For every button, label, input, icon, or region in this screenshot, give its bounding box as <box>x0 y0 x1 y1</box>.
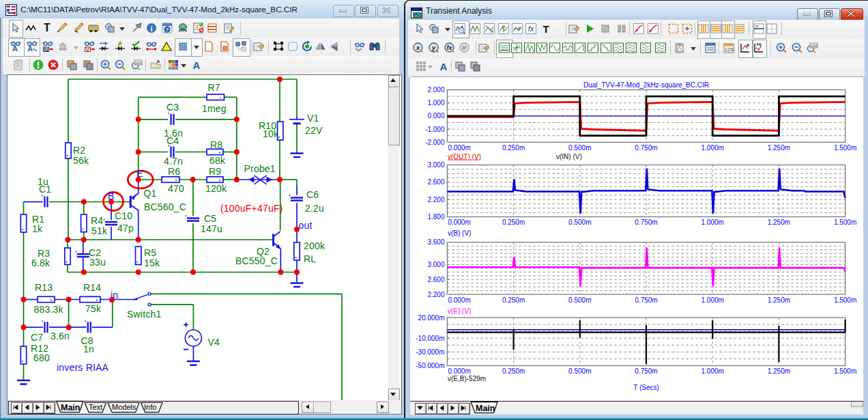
svg-text:0.500m: 0.500m <box>568 144 591 152</box>
svg-text:3.000: 3.000 <box>427 161 444 169</box>
svg-text:y: y <box>431 44 435 51</box>
svg-text:A: A <box>193 59 201 70</box>
svg-text:?: ? <box>166 27 169 33</box>
svg-text:120k: 120k <box>205 183 227 194</box>
svg-text:1.250m: 1.250m <box>768 367 790 375</box>
svg-text:Probe1: Probe1 <box>244 163 276 174</box>
svg-text:Dual_TVV-47-Mod_2kHz-square_BC: Dual_TVV-47-Mod_2kHz-square_BC.CIR <box>583 81 709 89</box>
svg-text:C7: C7 <box>31 332 43 343</box>
svg-text:-30.000m: -30.000m <box>416 348 444 356</box>
svg-text:1.800: 1.800 <box>427 213 444 221</box>
svg-text:470: 470 <box>168 183 184 194</box>
svg-text:100: 100 <box>134 61 142 65</box>
svg-text:2.200: 2.200 <box>427 196 444 204</box>
svg-text:1k: 1k <box>32 223 43 234</box>
svg-text:R8: R8 <box>210 139 222 150</box>
svg-text:0.250m: 0.250m <box>502 144 525 152</box>
svg-text:0.500m: 0.500m <box>568 219 591 226</box>
svg-text:2.600: 2.600 <box>427 276 444 283</box>
svg-text:in: in <box>111 290 118 300</box>
svg-text:C10: C10 <box>115 210 132 221</box>
svg-text:883.3k: 883.3k <box>34 304 64 315</box>
svg-text:i: i <box>150 24 152 32</box>
svg-text:x: x <box>416 44 420 51</box>
svg-text:A: A <box>12 44 18 52</box>
svg-text:1.250m: 1.250m <box>768 219 790 226</box>
svg-text:2.200: 2.200 <box>427 291 444 298</box>
svg-text:Text: Text <box>89 403 102 411</box>
svg-text:51k: 51k <box>91 225 108 236</box>
svg-text:1meg: 1meg <box>202 103 227 114</box>
svg-text:0.750m: 0.750m <box>635 144 657 152</box>
svg-text:(100uF+47uF): (100uF+47uF) <box>220 203 283 214</box>
svg-text:A: A <box>27 45 32 52</box>
svg-text:1.000m: 1.000m <box>701 144 724 152</box>
svg-text:2.600: 2.600 <box>427 178 444 186</box>
svg-text:6.8k: 6.8k <box>31 257 50 268</box>
svg-text:-50.000m: -50.000m <box>416 362 444 369</box>
svg-text:v(B) (V): v(B) (V) <box>448 229 471 237</box>
svg-text:1.250m: 1.250m <box>768 296 790 304</box>
svg-text:2.2u: 2.2u <box>305 203 324 214</box>
svg-text:0.250m: 0.250m <box>502 296 525 304</box>
svg-text:15k: 15k <box>144 257 160 268</box>
svg-text:0.000m: 0.000m <box>448 219 470 226</box>
svg-text:C6: C6 <box>306 189 319 200</box>
svg-text:C4: C4 <box>167 135 179 146</box>
svg-text:-2.000: -2.000 <box>425 139 445 146</box>
svg-text:200k: 200k <box>304 240 326 251</box>
svg-text:B: B <box>108 191 115 201</box>
svg-text:2.000: 2.000 <box>427 86 444 94</box>
svg-text:v(E,B)-529m: v(E,B)-529m <box>448 375 486 382</box>
svg-text:Main: Main <box>61 403 80 412</box>
svg-text:0.000: 0.000 <box>427 112 444 120</box>
svg-text:invers RIAA: invers RIAA <box>57 362 109 373</box>
svg-text:-1.000: -1.000 <box>425 126 445 133</box>
svg-text:A: A <box>440 61 448 72</box>
svg-text:0.250m: 0.250m <box>502 219 525 226</box>
svg-text:Main: Main <box>476 404 495 413</box>
svg-text:0.750m: 0.750m <box>635 219 657 226</box>
svg-text:3.600: 3.600 <box>427 238 444 246</box>
svg-text:0.500m: 0.500m <box>568 367 591 375</box>
svg-text:3.000: 3.000 <box>427 261 444 268</box>
svg-text:1.500m: 1.500m <box>834 144 856 152</box>
svg-text:123: 123 <box>724 46 733 53</box>
svg-text:0.000m: 0.000m <box>448 367 470 375</box>
svg-text:R13: R13 <box>35 282 53 293</box>
svg-text:R2: R2 <box>73 145 85 156</box>
svg-text:v(OUT) (V): v(OUT) (V) <box>448 153 481 160</box>
svg-text:10k: 10k <box>263 128 279 139</box>
svg-text:0.000m: 0.000m <box>448 296 470 304</box>
svg-text:E: E <box>136 168 143 179</box>
svg-text:1.500m: 1.500m <box>834 219 856 226</box>
svg-text:0.000m: 0.000m <box>448 144 470 152</box>
svg-text:R4: R4 <box>91 215 103 226</box>
svg-text:680: 680 <box>33 352 50 363</box>
svg-text:R7: R7 <box>208 82 220 93</box>
svg-text:BC550_C: BC550_C <box>235 255 278 266</box>
svg-text:T (Secs): T (Secs) <box>633 384 659 391</box>
svg-text:v(E) (V): v(E) (V) <box>448 307 471 315</box>
svg-text:Q1: Q1 <box>144 188 157 199</box>
svg-text:1.000m: 1.000m <box>701 296 724 304</box>
svg-text:T: T <box>44 23 50 33</box>
svg-text:47p: 47p <box>117 223 134 234</box>
svg-text:1.000: 1.000 <box>427 99 444 107</box>
svg-text:75k: 75k <box>85 303 102 314</box>
svg-text:Switch1: Switch1 <box>127 309 161 320</box>
svg-text:fx: fx <box>528 25 534 33</box>
svg-text:T: T <box>542 23 549 34</box>
svg-text:0.500m: 0.500m <box>568 296 591 304</box>
svg-text:Info: Info <box>144 403 156 411</box>
svg-text:0.750m: 0.750m <box>635 367 657 375</box>
svg-text:V: V <box>86 46 90 53</box>
svg-text:V1: V1 <box>307 113 319 124</box>
svg-text:V4: V4 <box>207 337 220 348</box>
svg-text:3.6n: 3.6n <box>50 331 70 341</box>
svg-text:R5: R5 <box>144 247 156 258</box>
svg-text:R6: R6 <box>168 166 180 177</box>
svg-text:0.250m: 0.250m <box>502 367 525 375</box>
svg-text:1.500m: 1.500m <box>834 296 856 304</box>
svg-text:1.000m: 1.000m <box>701 367 724 375</box>
